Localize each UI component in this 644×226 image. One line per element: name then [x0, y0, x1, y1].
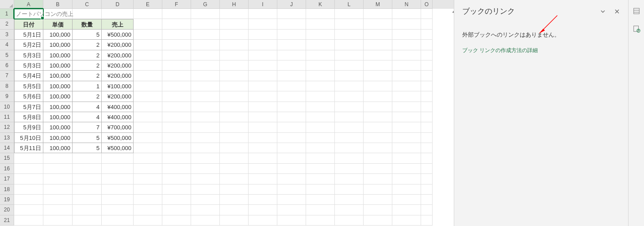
cell[interactable]	[191, 9, 220, 19]
cell[interactable]	[392, 91, 421, 102]
cell-D14[interactable]: ¥500,000	[102, 143, 134, 153]
cell[interactable]	[220, 102, 249, 112]
cell[interactable]	[364, 102, 392, 112]
cell[interactable]	[134, 174, 162, 184]
cell[interactable]	[392, 50, 421, 60]
cell[interactable]	[249, 185, 277, 195]
row-header-10[interactable]: 10	[0, 102, 14, 112]
cell[interactable]	[249, 91, 277, 102]
cell[interactable]	[277, 164, 306, 174]
row-header-12[interactable]: 12	[0, 122, 14, 132]
cell[interactable]	[364, 205, 392, 215]
cell-C1[interactable]	[73, 9, 102, 19]
cell[interactable]	[249, 50, 277, 60]
cell[interactable]	[421, 71, 433, 81]
cell[interactable]	[277, 205, 306, 215]
spreadsheet-grid[interactable]: A B C D E F G H I J K L M N O 1 ノートパソコンの…	[0, 0, 454, 226]
cell[interactable]	[134, 81, 162, 91]
cell[interactable]	[14, 215, 43, 226]
cell[interactable]	[162, 60, 191, 71]
cell-C5[interactable]: 2	[73, 50, 102, 60]
cell-A1[interactable]: ノートパソコンの売上	[14, 9, 43, 19]
cell-C9[interactable]: 2	[73, 91, 102, 102]
col-header-J[interactable]: J	[277, 0, 306, 9]
cell[interactable]	[335, 112, 364, 122]
cell[interactable]	[421, 112, 433, 122]
cell[interactable]	[306, 50, 335, 60]
cell-C11[interactable]: 4	[73, 112, 102, 122]
cell[interactable]	[102, 164, 134, 174]
cell[interactable]	[220, 215, 249, 226]
row-header-3[interactable]: 3	[0, 30, 14, 40]
cell[interactable]	[306, 19, 335, 29]
workbook-link-icon[interactable]	[632, 24, 641, 34]
col-header-C[interactable]: C	[73, 0, 102, 9]
cell[interactable]	[134, 205, 162, 215]
cell[interactable]	[335, 133, 364, 143]
cell[interactable]	[134, 71, 162, 81]
cell[interactable]	[134, 91, 162, 102]
cell[interactable]	[73, 153, 102, 163]
cell[interactable]	[191, 112, 220, 122]
cell[interactable]	[249, 112, 277, 122]
cell[interactable]	[162, 153, 191, 163]
row-header-2[interactable]: 2	[0, 19, 14, 29]
row-header-13[interactable]: 13	[0, 133, 14, 143]
cell-D1[interactable]	[102, 9, 134, 19]
cell[interactable]	[14, 164, 43, 174]
cell[interactable]	[364, 164, 392, 174]
cell[interactable]	[102, 174, 134, 184]
cell[interactable]	[335, 81, 364, 91]
row-header-9[interactable]: 9	[0, 91, 14, 102]
cell[interactable]	[73, 164, 102, 174]
cell[interactable]	[392, 205, 421, 215]
cell[interactable]	[14, 185, 43, 195]
cell[interactable]	[162, 174, 191, 184]
cell[interactable]	[364, 112, 392, 122]
cell[interactable]	[43, 195, 73, 205]
cell-B12[interactable]: 100,000	[43, 122, 73, 132]
cell-B10[interactable]: 100,000	[43, 102, 73, 112]
cell[interactable]	[277, 102, 306, 112]
cell[interactable]	[364, 185, 392, 195]
cell[interactable]	[392, 102, 421, 112]
cell[interactable]	[220, 50, 249, 60]
select-all-corner[interactable]	[0, 0, 14, 9]
cell[interactable]	[162, 205, 191, 215]
chevron-down-icon[interactable]	[600, 8, 606, 15]
cell[interactable]	[191, 50, 220, 60]
cell[interactable]	[249, 215, 277, 226]
cell[interactable]	[335, 122, 364, 132]
scroll-up-icon[interactable]	[450, 0, 454, 4]
cell-C13[interactable]: 5	[73, 133, 102, 143]
row-header-15[interactable]: 15	[0, 153, 14, 163]
cell[interactable]	[277, 81, 306, 91]
cell[interactable]	[134, 143, 162, 153]
row-header-8[interactable]: 8	[0, 81, 14, 91]
cell[interactable]	[162, 215, 191, 226]
cell-D5[interactable]: ¥200,000	[102, 50, 134, 60]
cell[interactable]	[392, 195, 421, 205]
cell[interactable]	[134, 9, 162, 19]
cell[interactable]	[134, 215, 162, 226]
cell[interactable]	[191, 60, 220, 71]
cell[interactable]	[134, 19, 162, 29]
cell[interactable]	[335, 9, 364, 19]
cell[interactable]	[134, 60, 162, 71]
cell[interactable]	[364, 91, 392, 102]
cell[interactable]	[191, 195, 220, 205]
cell[interactable]	[421, 91, 433, 102]
cell[interactable]	[43, 174, 73, 184]
cell[interactable]	[277, 215, 306, 226]
cell[interactable]	[162, 195, 191, 205]
row-header-6[interactable]: 6	[0, 60, 14, 71]
cell[interactable]	[249, 133, 277, 143]
cell[interactable]	[421, 185, 433, 195]
cell[interactable]	[277, 30, 306, 40]
cell-A14[interactable]: 5月11日	[14, 143, 43, 153]
cell-A4[interactable]: 5月2日	[14, 40, 43, 50]
cell[interactable]	[421, 205, 433, 215]
cell[interactable]	[249, 71, 277, 81]
cell[interactable]	[220, 30, 249, 40]
cell[interactable]	[191, 174, 220, 184]
